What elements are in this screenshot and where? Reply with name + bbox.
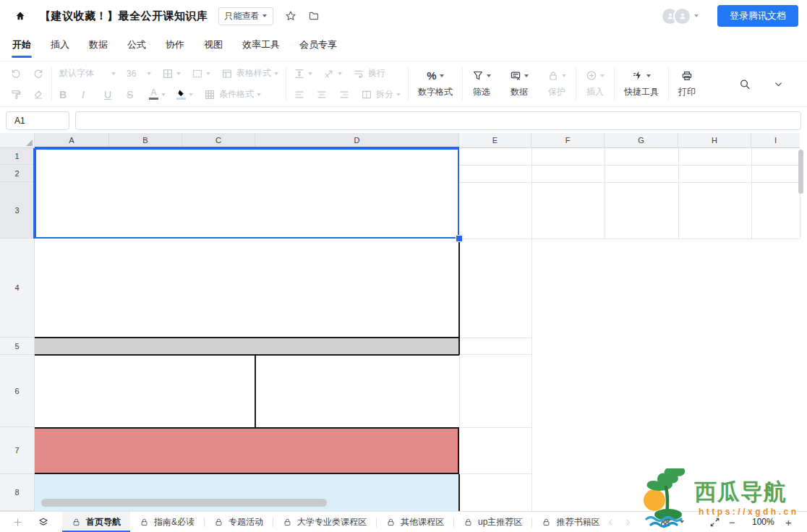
font-name-select[interactable]: 默认字体 — [59, 67, 116, 80]
protect-caret-icon — [562, 74, 566, 77]
menu-tab-efficiency-tools[interactable]: 效率工具 — [242, 37, 281, 53]
font-color-caret-icon — [161, 93, 166, 96]
align-right-button[interactable] — [338, 89, 350, 100]
text-rotation-button[interactable] — [323, 68, 342, 80]
all-sheets-caret-icon[interactable] — [677, 512, 684, 532]
font-color-button[interactable]: A — [149, 89, 166, 100]
bold-button[interactable]: B — [59, 89, 71, 100]
toolbar: 默认字体 36 — [0, 61, 807, 107]
star-button[interactable] — [285, 10, 296, 22]
select-all-corner[interactable] — [0, 133, 35, 148]
sheet-tab-home[interactable]: 首页导航 — [62, 512, 130, 532]
all-sheets-grid-icon[interactable] — [659, 512, 671, 532]
print-button[interactable]: 打印 — [669, 61, 705, 106]
menu-tab-collaborate[interactable]: 协作 — [165, 37, 185, 53]
data-validation-button[interactable]: 数据 — [500, 61, 538, 106]
search-icon[interactable] — [739, 78, 751, 90]
sheet-tab-book-recommend[interactable]: 推荐书籍区 — [532, 512, 609, 532]
borders-button[interactable] — [162, 68, 181, 80]
menu-tab-data[interactable]: 数据 — [88, 37, 108, 53]
column-header-H[interactable]: H — [678, 133, 751, 148]
menu-tab-insert[interactable]: 插入 — [50, 37, 70, 53]
selection-rectangle[interactable] — [35, 148, 459, 239]
prev-sheets-arrow[interactable] — [605, 512, 616, 532]
align-left-button[interactable] — [294, 89, 305, 100]
sheet-tab-other-courses[interactable]: 其他课程区 — [377, 512, 453, 532]
clear-format-eraser-button[interactable] — [33, 89, 44, 100]
row-header-5[interactable]: 5 — [0, 338, 35, 355]
italic-button[interactable]: I — [82, 89, 93, 100]
cell-black-border — [458, 239, 460, 355]
login-button[interactable]: 登录腾讯文档 — [717, 5, 798, 27]
row-header-1[interactable]: 1 — [0, 148, 35, 165]
protect-button[interactable]: 保护 — [538, 61, 576, 106]
column-header-E[interactable]: E — [459, 133, 531, 148]
number-format-caret-icon — [440, 74, 444, 77]
cell-name-box[interactable]: A1 — [6, 111, 69, 130]
insert-button[interactable]: 插入 — [576, 61, 614, 106]
column-header-F[interactable]: F — [531, 133, 605, 148]
sheet-tab-guide[interactable]: 指南&必读 — [130, 512, 204, 532]
sheet-list-icon[interactable] — [38, 516, 49, 528]
strikethrough-button[interactable]: S — [127, 89, 138, 100]
fullscreen-icon[interactable] — [709, 512, 720, 532]
sheet-tab-uploader-recommend[interactable]: up主推荐区 — [454, 512, 531, 532]
align-center-button[interactable] — [316, 89, 328, 100]
embedded-horizontal-bar[interactable] — [41, 499, 327, 507]
folder-button[interactable] — [308, 10, 320, 22]
column-header-G[interactable]: G — [605, 133, 678, 148]
fill-color-button[interactable] — [176, 89, 193, 100]
column-header-I[interactable]: I — [751, 133, 800, 148]
row-header-4[interactable]: 4 — [0, 239, 35, 338]
sheet-tab-university-courses[interactable]: 大学专业类课程区 — [273, 512, 376, 532]
vertical-align-button[interactable] — [294, 68, 312, 80]
table-style-caret-icon — [274, 72, 278, 75]
zoom-out-button[interactable]: − — [729, 512, 735, 532]
add-sheet-button[interactable] — [12, 516, 23, 528]
row-header-7[interactable]: 7 — [0, 427, 35, 474]
filter-button[interactable]: 筛选 — [463, 61, 500, 106]
menu-tab-membership[interactable]: 会员专享 — [299, 37, 338, 53]
wrap-text-button[interactable]: 换行 — [353, 67, 385, 80]
home-button[interactable] — [12, 7, 29, 25]
cell-A5-D5-gray[interactable] — [35, 337, 459, 356]
permission-badge[interactable]: 只能查看 — [218, 7, 273, 25]
row-header-2[interactable]: 2 — [0, 165, 35, 182]
conditional-format-button[interactable]: 条件格式 — [204, 88, 261, 100]
sheet-tab-special-events[interactable]: 专题活动 — [205, 512, 273, 532]
format-painter-button[interactable] — [10, 89, 22, 100]
menu-tab-view[interactable]: 视图 — [203, 37, 223, 53]
formula-input[interactable] — [75, 111, 801, 130]
cell-A7-D7-red[interactable] — [35, 427, 459, 474]
lightning-icon — [632, 70, 644, 82]
table-style-button[interactable]: 表格样式 — [221, 67, 278, 80]
undo-button[interactable] — [10, 68, 22, 80]
row-header-3[interactable]: 3 — [0, 182, 35, 239]
menu-tab-formula[interactable]: 公式 — [127, 37, 147, 53]
row-header-8[interactable]: 8 — [0, 474, 35, 511]
row-header-6[interactable]: 6 — [0, 355, 35, 427]
selection-fill-handle[interactable] — [456, 235, 463, 242]
lock-icon — [542, 518, 551, 527]
avatar[interactable] — [673, 7, 691, 25]
zoom-in-button[interactable]: + — [785, 512, 792, 532]
number-format-button[interactable]: % 数字格式 — [409, 61, 462, 106]
redo-button[interactable] — [33, 68, 44, 80]
font-size-select[interactable]: 36 — [127, 69, 151, 79]
font-name-caret-icon — [111, 72, 116, 75]
print-label: 打印 — [678, 86, 696, 98]
underline-button[interactable]: U — [104, 89, 116, 100]
vertical-scrollbar-thumb[interactable] — [798, 150, 803, 194]
collapse-toolbar-chevron-icon[interactable] — [772, 78, 784, 90]
merge-cells-button[interactable] — [192, 68, 210, 80]
next-sheets-arrow[interactable] — [622, 512, 633, 532]
number-format-label: 数字格式 — [418, 86, 453, 98]
conditional-format-icon — [204, 89, 215, 100]
split-cells-button[interactable]: 拆分 — [361, 88, 401, 100]
avatar-dropdown-caret-icon[interactable] — [694, 14, 699, 17]
gridline — [531, 239, 532, 511]
quick-tools-button[interactable]: 快捷工具 — [615, 61, 668, 106]
home-icon — [14, 10, 26, 22]
menu-tab-start[interactable]: 开始 — [12, 37, 32, 53]
split-cells-caret-icon — [396, 93, 401, 96]
